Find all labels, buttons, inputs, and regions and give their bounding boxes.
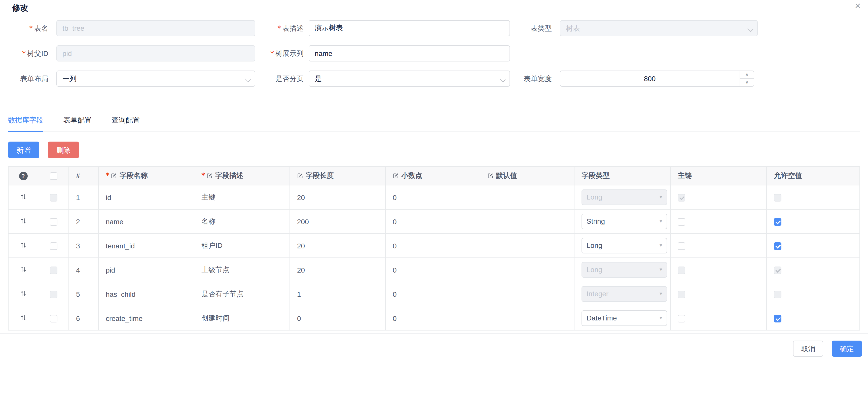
help-icon[interactable]: ? (19, 172, 27, 180)
dialog-title: 修改 (12, 3, 28, 13)
tree-display-label: *树展示列 (252, 45, 304, 61)
primary-key-checkbox[interactable] (678, 194, 685, 201)
field-desc-cell[interactable]: 上级节点 (194, 258, 290, 282)
field-length-cell[interactable]: 200 (290, 209, 385, 233)
default-value-cell[interactable] (480, 282, 574, 306)
edit-icon (207, 173, 213, 179)
col-allow-null: 允许空值 (767, 167, 860, 185)
default-value-cell[interactable] (480, 306, 574, 330)
table-name-input[interactable] (56, 20, 255, 36)
footer-divider (0, 333, 868, 334)
allow-null-checkbox[interactable] (774, 218, 781, 226)
field-length-cell[interactable]: 20 (290, 185, 385, 209)
default-value-cell[interactable] (480, 185, 574, 209)
decimal-point-cell[interactable]: 0 (385, 185, 480, 209)
form-layout-select[interactable]: 一列 (56, 71, 255, 87)
paginated-select[interactable]: 是 (309, 71, 510, 87)
decimal-point-cell[interactable]: 0 (385, 209, 480, 233)
field-type-select[interactable]: String ▼ (582, 214, 667, 229)
field-type-select[interactable]: Long ▼ (582, 262, 667, 278)
row-checkbox[interactable] (50, 315, 57, 322)
default-value-cell[interactable] (480, 209, 574, 233)
field-desc-cell[interactable]: 创建时间 (194, 306, 290, 330)
confirm-button[interactable]: 确定 (832, 341, 862, 357)
tab-query-config[interactable]: 查询配置 (112, 113, 140, 132)
table-desc-label: *表描述 (252, 20, 304, 36)
tab-bar: 数据库字段 表单配置 查询配置 (8, 113, 860, 132)
form-width-stepper[interactable]: 800 ∧ ∨ (560, 71, 754, 87)
row-checkbox[interactable] (50, 242, 57, 250)
decimal-point-cell[interactable]: 0 (385, 258, 480, 282)
drag-sort-icon[interactable] (20, 290, 26, 297)
decimal-point-cell[interactable]: 0 (385, 282, 480, 306)
field-name-cell[interactable]: name (98, 209, 194, 233)
select-all-checkbox[interactable] (50, 173, 57, 180)
fields-table: ? # *字段名称 *字段描述 字段长度 小数点 默认值 字段类型 主键 允许空… (8, 166, 860, 331)
decimal-point-cell[interactable]: 0 (385, 306, 480, 330)
row-index: 6 (69, 306, 98, 330)
allow-null-checkbox[interactable] (774, 315, 781, 322)
field-desc-cell[interactable]: 是否有子节点 (194, 282, 290, 306)
allow-null-checkbox[interactable] (774, 266, 781, 274)
default-value-cell[interactable] (480, 233, 574, 258)
table-type-select[interactable]: 树表 (560, 20, 758, 36)
drag-sort-icon[interactable] (20, 242, 26, 248)
field-name-cell[interactable]: id (98, 185, 194, 209)
chevron-down-icon (246, 77, 250, 81)
primary-key-checkbox[interactable] (678, 266, 685, 274)
drag-sort-icon[interactable] (20, 266, 26, 272)
row-index: 5 (69, 282, 98, 306)
stepper-down-icon[interactable]: ∨ (740, 79, 754, 86)
cancel-button[interactable]: 取消 (793, 341, 823, 357)
drag-sort-icon[interactable] (20, 314, 26, 321)
field-name-cell[interactable]: tenant_id (98, 233, 194, 258)
allow-null-checkbox[interactable] (774, 242, 781, 250)
row-checkbox[interactable] (50, 218, 57, 226)
tab-database-fields[interactable]: 数据库字段 (8, 113, 43, 132)
field-length-cell[interactable]: 20 (290, 258, 385, 282)
decimal-point-cell[interactable]: 0 (385, 233, 480, 258)
tree-display-input[interactable] (309, 45, 510, 61)
tree-parent-input[interactable] (56, 45, 255, 61)
add-row-button[interactable]: 新增 (8, 142, 39, 158)
allow-null-checkbox[interactable] (774, 291, 781, 298)
row-checkbox[interactable] (50, 266, 57, 274)
drag-sort-icon[interactable] (20, 193, 26, 200)
primary-key-checkbox[interactable] (678, 218, 685, 226)
field-type-select[interactable]: Integer ▼ (582, 286, 667, 302)
field-type-select[interactable]: Long ▼ (582, 190, 667, 205)
col-field-desc: *字段描述 (194, 167, 290, 185)
primary-key-checkbox[interactable] (678, 315, 685, 322)
row-checkbox[interactable] (50, 194, 57, 201)
field-desc-cell[interactable]: 名称 (194, 209, 290, 233)
drag-sort-icon[interactable] (20, 217, 26, 224)
table-desc-input[interactable] (309, 20, 510, 36)
field-length-cell[interactable]: 20 (290, 233, 385, 258)
field-type-select[interactable]: Long ▼ (582, 238, 667, 253)
default-value-cell[interactable] (480, 258, 574, 282)
field-length-cell[interactable]: 0 (290, 306, 385, 330)
primary-key-checkbox[interactable] (678, 242, 685, 250)
col-field-length: 字段长度 (290, 167, 385, 185)
field-desc-cell[interactable]: 主键 (194, 185, 290, 209)
field-name-cell[interactable]: create_time (98, 306, 194, 330)
primary-key-checkbox[interactable] (678, 291, 685, 298)
row-index: 4 (69, 258, 98, 282)
row-checkbox[interactable] (50, 291, 57, 298)
tree-parent-label: *树父ID (0, 45, 48, 61)
close-icon[interactable]: ✕ (855, 2, 861, 9)
grid-toolbar: 新增 删除 (8, 142, 79, 158)
dialog-footer: 取消 确定 (793, 341, 862, 357)
field-desc-cell[interactable]: 租户ID (194, 233, 290, 258)
stepper-up-icon[interactable]: ∧ (740, 71, 754, 79)
required-asterisk: * (106, 171, 110, 179)
edit-table-dialog: 修改 ✕ *表名 *表描述 表类型 树表 *树父ID *树展示列 表单布局 一列 (0, 0, 868, 394)
field-name-cell[interactable]: has_child (98, 282, 194, 306)
field-type-select[interactable]: DateTime ▼ (582, 310, 667, 326)
col-primary-key: 主键 (671, 167, 767, 185)
delete-row-button[interactable]: 删除 (48, 142, 79, 158)
allow-null-checkbox[interactable] (774, 194, 781, 201)
field-name-cell[interactable]: pid (98, 258, 194, 282)
field-length-cell[interactable]: 1 (290, 282, 385, 306)
tab-form-config[interactable]: 表单配置 (63, 113, 92, 132)
